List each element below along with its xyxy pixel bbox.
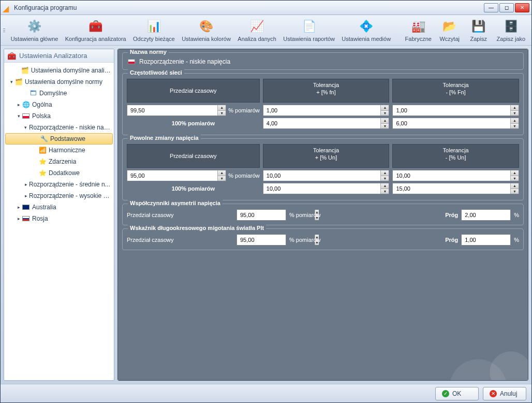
tree-domyslne[interactable]: 🗔Domyślne (4, 88, 114, 99)
spin-down-icon[interactable]: ▼ (510, 189, 519, 194)
tree-ogolna[interactable]: ▸🌐Ogólna (4, 99, 114, 110)
freq-tolm1-input[interactable]: ▲▼ (392, 105, 519, 116)
titlebar: ◢ Konfiguracja programu — ◻ ✕ (1, 1, 531, 15)
ok-button[interactable]: ✓OK (435, 387, 479, 400)
label-prog-asym: Próg (445, 212, 458, 218)
tree-rozp-srednie[interactable]: ▸Rozporządzenie - średnie n... (4, 179, 114, 190)
toolbar-save-as[interactable]: 🗄️Zapisz jako (494, 17, 528, 43)
star-icon: ⭐ (38, 169, 47, 177)
tree-rozp-wysokie[interactable]: ▸Rozporządzenie - wysokie n... (4, 190, 114, 201)
spin-down-icon[interactable]: ▼ (217, 176, 226, 181)
unit-pomiarow-3: % pomiarów (289, 212, 321, 218)
sidebar: 🧰 Ustawienia Analizatora 🗂️Ustawienia do… (4, 49, 114, 381)
dialog-footer: ✓OK ✕Anuluj (1, 384, 531, 402)
col-tol-plus-fn: Tolerancja + [% fn] (263, 79, 390, 103)
tree-zdarzenia[interactable]: ⭐Zdarzenia (4, 156, 114, 167)
report-icon: 📄 (301, 18, 317, 35)
plt-interval-input[interactable]: ▲▼ (237, 234, 286, 246)
asym-prog-input[interactable]: ▲▼ (461, 209, 511, 221)
col-tol-minus-un: Tolerancja - [% Un] (392, 144, 519, 168)
app-icon: ◢ (3, 4, 11, 12)
unit-pomiarow-4: % pomiarów (289, 237, 321, 243)
tree-podstawowe[interactable]: 🔧Podstawowe (5, 133, 113, 145)
slow-interval-input[interactable]: ▲▼ (127, 170, 226, 181)
spin-up-icon[interactable]: ▲ (510, 105, 519, 111)
tree-rosja[interactable]: ▸Rosja (4, 213, 114, 224)
freq-tolp2-input[interactable]: ▲▼ (263, 118, 390, 129)
cancel-button[interactable]: ✕Anuluj (483, 387, 526, 400)
toolbar-current-readings[interactable]: 📊Odczyty bieżące (130, 17, 178, 43)
minimize-button[interactable]: — (484, 3, 498, 12)
group-norm-name: Nazwa normy Rozporządzenie - niskie napi… (122, 52, 524, 70)
group-frequency: Częstotliwość sieci Przedział czasowy To… (122, 73, 524, 135)
spin-up-icon[interactable]: ▲ (217, 170, 226, 176)
group-slow-voltage: Powolne zmiany napięcia Przedział czasow… (122, 138, 524, 200)
spin-up-icon[interactable]: ▲ (380, 170, 389, 176)
freq-interval-input[interactable]: ▲▼ (127, 105, 226, 116)
cross-icon: ✕ (490, 390, 497, 397)
tree-australia[interactable]: ▸Australia (4, 201, 114, 213)
spin-up-icon[interactable]: ▲ (217, 105, 226, 111)
save-as-icon: 🗄️ (503, 18, 519, 35)
legend-slow-voltage: Powolne zmiany napięcia (128, 135, 201, 141)
flag-au-icon (22, 203, 30, 211)
spin-down-icon[interactable]: ▼ (217, 111, 226, 116)
tree-default-norm[interactable]: ▾🗂️Ustawienia domyślne normy (4, 76, 114, 88)
spin-up-icon[interactable]: ▲ (380, 183, 389, 189)
toolbar-analyzer-config[interactable]: 🧰Konfiguracja analizatora (62, 17, 129, 43)
toolbar-factory[interactable]: 🏭Fabryczne (402, 17, 435, 43)
gear-icon: ⚙️ (26, 18, 43, 35)
slow-tolp1-input[interactable]: ▲▼ (263, 170, 390, 181)
legend-asymmetry: Współczynniki asymetrii napięcia (128, 200, 223, 206)
flag-ru-icon (22, 214, 30, 223)
plt-prog-input[interactable]: ▲▼ (461, 234, 511, 246)
asym-interval-input[interactable]: ▲▼ (237, 209, 286, 221)
tree-harmoniczne[interactable]: 📶Harmoniczne (4, 145, 114, 156)
toolbar-report-settings[interactable]: 📄Ustawienia raportów (280, 17, 338, 43)
toolbar-data-analysis[interactable]: 📈Analiza danych (235, 17, 279, 43)
spin-down-icon[interactable]: ▼ (510, 124, 519, 129)
globe-icon: 🌐 (22, 100, 30, 109)
spin-down-icon[interactable]: ▼ (380, 124, 389, 129)
spin-up-icon[interactable]: ▲ (380, 118, 389, 124)
label-interval-asym: Przedział czasowy (127, 212, 184, 218)
tree-polska[interactable]: ▾Polska (4, 110, 114, 122)
col-interval: Przedział czasowy (127, 79, 260, 103)
spin-up-icon[interactable]: ▲ (380, 105, 389, 111)
spin-up-icon[interactable]: ▲ (510, 183, 519, 189)
analyzer-icon: 🧰 (7, 52, 16, 60)
freq-tolm2-input[interactable]: ▲▼ (392, 118, 519, 129)
close-button[interactable]: ✕ (515, 3, 529, 12)
spin-down-icon[interactable]: ▼ (380, 111, 389, 116)
spin-down-icon[interactable]: ▼ (380, 176, 389, 181)
save-icon: 💾 (470, 18, 487, 35)
unit-pomiarow: % pomiarów (228, 107, 260, 113)
toolbar-color-settings[interactable]: 🎨Ustawienia kolorów (179, 17, 233, 43)
spin-up-icon[interactable]: ▲ (510, 170, 519, 176)
tree-rozp-niskie[interactable]: ▾Rozporządzenie - niskie nap... (4, 122, 114, 133)
spin-down-icon[interactable]: ▼ (510, 111, 519, 116)
tree-default-analyzer[interactable]: 🗂️Ustawienia domyślne analizatora (4, 65, 114, 76)
maximize-button[interactable]: ◻ (499, 3, 514, 12)
palette-icon: 🎨 (198, 18, 215, 35)
slow-tolm1-input[interactable]: ▲▼ (392, 170, 519, 181)
col-tol-plus-un: Tolerancja + [% Un] (263, 144, 390, 168)
freq-tolp1-input[interactable]: ▲▼ (263, 105, 390, 116)
unit-pomiarow-2: % pomiarów (228, 172, 260, 179)
spin-down-icon[interactable]: ▼ (380, 189, 389, 194)
toolbar-save[interactable]: 💾Zapisz (465, 17, 493, 43)
toolbar-load[interactable]: 📂Wczytaj (436, 17, 464, 43)
app-window: ◢ Konfiguracja programu — ◻ ✕ ⚙️Ustawien… (0, 0, 532, 403)
unit-percent-2: % (514, 237, 519, 243)
window-buttons: — ◻ ✕ (484, 3, 529, 12)
wrench-icon: 🔧 (40, 135, 48, 143)
spin-up-icon[interactable]: ▲ (510, 118, 519, 124)
spin-down-icon[interactable]: ▼ (510, 176, 519, 181)
tree-dodatkowe[interactable]: ⭐Dodatkowe (4, 167, 114, 179)
toolbar-main-settings[interactable]: ⚙️Ustawienia główne (8, 17, 61, 43)
main-split: 🧰 Ustawienia Analizatora 🗂️Ustawienia do… (1, 46, 531, 384)
slow-tolp2-input[interactable]: ▲▼ (263, 183, 390, 194)
slow-tolm2-input[interactable]: ▲▼ (392, 183, 519, 194)
toolbar-media-settings[interactable]: 💠Ustawienia mediów (339, 17, 394, 43)
open-icon: 📂 (441, 18, 458, 35)
